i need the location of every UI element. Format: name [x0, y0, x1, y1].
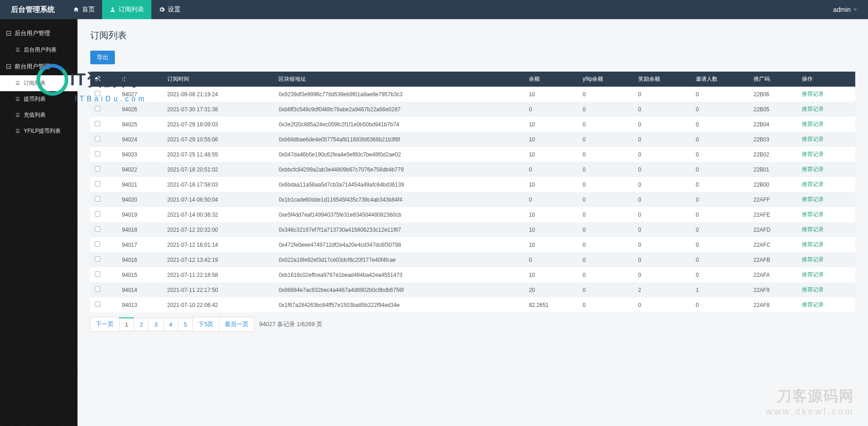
row-checkbox[interactable]	[95, 271, 100, 277]
page-2[interactable]: 2	[134, 318, 149, 331]
nav-settings[interactable]: 设置	[151, 0, 188, 19]
row-checkbox[interactable]	[95, 286, 100, 292]
row-checkbox[interactable]	[95, 256, 100, 262]
page-next5[interactable]: 下5页	[192, 317, 219, 332]
table-row: 940242021-07-29 10:55:060xb68dbae6de4e05…	[90, 132, 855, 147]
recommend-record-link[interactable]: 推荐记录	[802, 226, 824, 233]
table-row: 940132021-07-10 22:06:420x1f67a284263bc8…	[90, 297, 855, 312]
table-row: 940232021-07-25 11:48:550x047da46b5e190c…	[90, 147, 855, 162]
sidebar-item-label: 提币列表	[24, 95, 46, 103]
subscribe-table: ID订阅时间区块链地址余额yfilp余额奖励余额邀请人数推广码操作 940272…	[90, 72, 855, 312]
list-icon: ☰	[16, 80, 20, 86]
recommend-record-link[interactable]: 推荐记录	[802, 136, 824, 142]
table-row: 940182021-07-12 20:32:000x346c32197ef7f1…	[90, 222, 855, 237]
list-icon: ☰	[16, 47, 20, 53]
sidebar-item-subscribe-list[interactable]: ☰ 订阅列表 ›	[0, 75, 78, 91]
recommend-record-link[interactable]: 推荐记录	[802, 241, 824, 248]
row-checkbox[interactable]	[95, 166, 100, 171]
row-checkbox[interactable]	[95, 91, 100, 96]
col-header: 邀请人数	[691, 72, 749, 87]
table-row: 940212021-07-18 17:58:030x6bdaa11a56aa5d…	[90, 177, 855, 192]
col-header: 余额	[524, 72, 578, 87]
brand-title: 后台管理系统	[0, 0, 66, 19]
row-checkbox[interactable]	[95, 211, 100, 217]
sidebar-group-backend-users[interactable]: 后台用户管理	[0, 25, 78, 42]
row-checkbox[interactable]	[95, 136, 100, 141]
table-row: 940272021-08-08 21:19:240x9239df3e9996c7…	[90, 87, 855, 102]
recommend-record-link[interactable]: 推荐记录	[802, 301, 824, 308]
page-last[interactable]: 最后一页	[219, 317, 254, 332]
row-checkbox[interactable]	[95, 106, 100, 111]
main-content: 订阅列表 导出 ID订阅时间区块链地址余额yfilp余额奖励余额邀请人数推广码操…	[78, 19, 868, 426]
col-header: yfilp余额	[578, 72, 634, 87]
recommend-record-link[interactable]: 推荐记录	[802, 166, 824, 172]
table-row: 940172021-07-12 16:01:140x472fe0eee47497…	[90, 237, 855, 252]
col-header: 区块链地址	[274, 72, 524, 87]
page-title: 订阅列表	[90, 29, 855, 42]
recommend-record-link[interactable]: 推荐记录	[802, 286, 824, 293]
export-button[interactable]: 导出	[90, 51, 115, 64]
nav-home[interactable]: 首页	[66, 0, 102, 19]
page-3[interactable]: 3	[148, 318, 163, 331]
recommend-record-link[interactable]: 推荐记录	[802, 256, 824, 263]
nav-subscribe[interactable]: 订阅列表	[102, 0, 151, 19]
nav-subscribe-label: 订阅列表	[119, 5, 144, 14]
recommend-record-link[interactable]: 推荐记录	[802, 181, 824, 187]
sidebar-item-label: 充值列表	[24, 111, 46, 119]
select-all-checkbox[interactable]	[95, 76, 100, 81]
nav-home-label: 首页	[82, 5, 95, 14]
list-icon: ☰	[16, 128, 20, 134]
row-checkbox[interactable]	[95, 241, 100, 247]
row-checkbox[interactable]	[95, 196, 100, 202]
sidebar: 后台用户管理 ☰ 后台用户列表 前台用户管理 ☰ 订阅列表 › ☰ 提币列表	[0, 19, 78, 426]
user-icon	[109, 6, 116, 13]
page-5[interactable]: 5	[178, 318, 193, 331]
table-row: 940262021-07-30 17:31:380xb8ff3c549c9df0…	[90, 102, 855, 117]
recommend-record-link[interactable]: 推荐记录	[802, 106, 824, 112]
col-header: 订阅时间	[163, 72, 274, 87]
sidebar-item-label: YFILP提币列表	[24, 127, 61, 135]
sidebar-item-deposit-list[interactable]: ☰ 充值列表	[0, 107, 78, 123]
table-row: 940222021-07-18 20:51:020xbbcfc84299a2ab…	[90, 162, 855, 177]
sidebar-item-backend-user-list[interactable]: ☰ 后台用户列表	[0, 42, 78, 58]
recommend-record-link[interactable]: 推荐记录	[802, 271, 824, 278]
recommend-record-link[interactable]: 推荐记录	[802, 91, 824, 97]
row-checkbox[interactable]	[95, 121, 100, 126]
row-checkbox[interactable]	[95, 151, 100, 156]
user-name: admin	[833, 6, 851, 13]
user-menu[interactable]: admin	[822, 0, 868, 19]
page-next[interactable]: 下一页	[90, 317, 119, 332]
recommend-record-link[interactable]: 推荐记录	[802, 121, 824, 127]
home-icon	[73, 6, 79, 13]
table-row: 940142021-07-11 22:17:500x86684e7ac632be…	[90, 282, 855, 297]
sidebar-group-frontend-users[interactable]: 前台用户管理	[0, 58, 78, 75]
table-row: 940162021-07-12 13:42:190x022a16fe92ef3d…	[90, 252, 855, 267]
table-row: 940252021-07-29 18:09:030x3e2f20c885a24e…	[90, 117, 855, 132]
pagination: 下一页 1 2 3 4 5 下5页 最后一页 94027 条记录 1/6269 …	[90, 317, 855, 332]
col-header: 奖励余额	[634, 72, 692, 87]
recommend-record-link[interactable]: 推荐记录	[802, 211, 824, 218]
sidebar-item-label: 后台用户列表	[24, 46, 57, 54]
sidebar-item-yfilp-withdraw-list[interactable]: ☰ YFILP提币列表	[0, 123, 78, 139]
caret-down-icon	[853, 9, 857, 10]
list-icon: ☰	[16, 112, 20, 118]
collapse-icon	[6, 64, 11, 69]
sidebar-group-label: 前台用户管理	[15, 62, 50, 71]
col-header	[90, 72, 118, 87]
sidebar-group-label: 后台用户管理	[15, 29, 50, 37]
top-bar: 后台管理系统 首页 订阅列表 设置 admin	[0, 0, 868, 19]
row-checkbox[interactable]	[95, 226, 100, 232]
recommend-record-link[interactable]: 推荐记录	[802, 151, 824, 157]
table-row: 940192021-07-14 00:36:320xe5f4dd7eaf1499…	[90, 207, 855, 222]
row-checkbox[interactable]	[95, 181, 100, 187]
row-checkbox[interactable]	[95, 301, 100, 307]
table-row: 940202021-07-14 08:50:040x1b1cade60dde1d…	[90, 192, 855, 207]
page-4[interactable]: 4	[163, 318, 178, 331]
gear-icon	[159, 6, 165, 13]
page-1[interactable]: 1	[119, 317, 134, 331]
collapse-icon	[6, 31, 11, 36]
nav-settings-label: 设置	[168, 5, 181, 14]
sidebar-item-withdraw-list[interactable]: ☰ 提币列表	[0, 91, 78, 107]
recommend-record-link[interactable]: 推荐记录	[802, 196, 824, 203]
col-header: 推广码	[749, 72, 798, 87]
